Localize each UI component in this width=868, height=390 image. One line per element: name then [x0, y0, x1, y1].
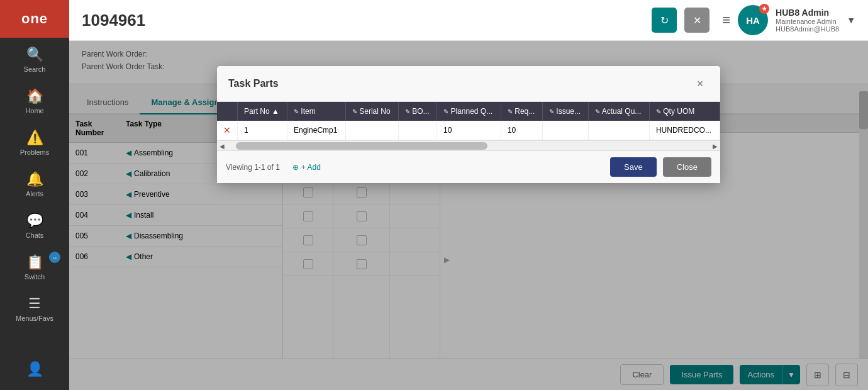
delete-row-button[interactable]: ✕: [217, 121, 238, 140]
page-title: 1094961: [82, 11, 644, 30]
cell-planned-q: 10: [437, 121, 501, 140]
sidebar-item-alerts[interactable]: 🔔 Alerts: [0, 162, 69, 204]
close-modal-button[interactable]: Close: [663, 157, 711, 177]
bell-icon: 🔔: [26, 171, 43, 187]
edit-icon: ✎: [294, 108, 299, 115]
user-role: Maintenance Admin: [776, 18, 839, 25]
part-no-header-label: Part No: [244, 107, 270, 116]
cell-bo: [398, 121, 437, 140]
col-header-delete: [217, 102, 238, 121]
sidebar-item-label: Chats: [26, 231, 44, 239]
search-icon: 🔍: [26, 47, 43, 63]
close-button[interactable]: ✕: [684, 8, 709, 33]
cell-req: 10: [501, 121, 542, 140]
cell-issue: [542, 121, 588, 140]
sidebar-item-menus[interactable]: ☰ Menus/Favs: [0, 287, 69, 328]
parts-table-body: ✕ 1 EngineCmp1 10 10 HUNDREDCO...: [217, 121, 720, 140]
modal-close-button[interactable]: ×: [691, 75, 709, 92]
hamburger-icon: ≡: [722, 12, 730, 28]
sidebar-item-label: Home: [25, 107, 43, 114]
task-parts-modal: Task Parts × Part No: [217, 66, 720, 183]
table-row: ✕ 1 EngineCmp1 10 10 HUNDREDCO...: [217, 121, 720, 140]
col-header-actual-qu[interactable]: ✎ Actual Qu...: [588, 102, 649, 121]
sidebar-item-search[interactable]: 🔍 Search: [0, 38, 69, 79]
menu-icon: ☰: [28, 296, 41, 312]
sidebar: one 🔍 Search 🏠 Home ⚠️ Problems 🔔 Alerts…: [0, 0, 69, 390]
col-header-part-no[interactable]: Part No ▲: [238, 102, 287, 121]
sidebar-item-label: Switch: [25, 273, 45, 281]
viewing-text: Viewing 1-1 of 1: [226, 163, 280, 172]
modal-close-icon: ×: [697, 77, 704, 91]
sort-asc-icon: ▲: [272, 107, 279, 116]
user-dropdown-button[interactable]: ▼: [847, 15, 855, 25]
col-header-planned-q[interactable]: ✎ Planned Q...: [437, 102, 501, 121]
sidebar-item-problems[interactable]: ⚠️ Problems: [0, 121, 69, 162]
col-header-item[interactable]: ✎ Item: [287, 102, 346, 121]
sidebar-item-label: Problems: [20, 148, 49, 156]
scroll-right-button[interactable]: ▶: [710, 141, 720, 151]
main-content: 1094961 ↻ ✕ ≡ HA ★ HUB8 Admin Maintenanc…: [69, 0, 868, 390]
sidebar-item-label: Search: [24, 65, 46, 73]
modal-body: Part No ▲ ✎ Item ✎ Seria: [217, 102, 720, 183]
edit-icon: ✎: [405, 108, 410, 115]
menu-button[interactable]: ≡: [722, 12, 730, 28]
edit-icon: ✎: [595, 108, 600, 115]
user-info: HUB8 Admin Maintenance Admin HUB8Admin@H…: [776, 8, 839, 33]
switch-badge: ↔: [49, 252, 60, 263]
profile-icon: 👤: [26, 361, 43, 377]
sidebar-item-profile[interactable]: 👤: [0, 352, 69, 390]
modal-footer: Viewing 1-1 of 1 ⊕ + Add Save Close: [217, 150, 720, 183]
chevron-down-icon: ▼: [847, 15, 855, 25]
modal-overlay: Task Parts × Part No: [69, 41, 868, 390]
sidebar-item-switch[interactable]: ↔ 📋 Switch: [0, 245, 69, 287]
chat-icon: 💬: [26, 213, 43, 229]
scroll-thumb[interactable]: [236, 142, 487, 150]
edit-icon: ✎: [443, 108, 448, 115]
modal-action-buttons: Save Close: [610, 157, 711, 177]
home-icon: 🏠: [26, 88, 43, 104]
switch-icon: 📋: [26, 254, 43, 270]
header: 1094961 ↻ ✕ ≡ HA ★ HUB8 Admin Maintenanc…: [69, 0, 868, 41]
plus-icon: ⊕: [292, 163, 299, 172]
modal-table-wrap: Part No ▲ ✎ Item ✎ Seria: [217, 102, 720, 140]
parts-table: Part No ▲ ✎ Item ✎ Seria: [217, 102, 720, 140]
avatar: HA ★: [738, 5, 768, 35]
col-header-serial-no[interactable]: ✎ Serial No: [345, 102, 398, 121]
body-area: Parent Work Order: Parent Work Order Tas…: [69, 41, 868, 390]
sidebar-item-label: Alerts: [26, 190, 43, 198]
col-header-bo[interactable]: ✎ BO...: [398, 102, 437, 121]
refresh-button[interactable]: ↻: [652, 8, 677, 33]
parts-table-head: Part No ▲ ✎ Item ✎ Seria: [217, 102, 720, 121]
edit-icon: ✎: [508, 108, 513, 115]
modal-title: Task Parts: [228, 78, 279, 89]
warning-icon: ⚠️: [26, 130, 43, 146]
sidebar-item-home[interactable]: 🏠 Home: [0, 79, 69, 121]
scroll-left-button[interactable]: ◀: [217, 141, 227, 151]
cell-qty-uom: HUNDREDCO...: [649, 121, 720, 140]
cell-item: EngineCmp1: [287, 121, 346, 140]
cell-part-no: 1: [238, 121, 287, 140]
edit-icon: ✎: [656, 108, 661, 115]
sidebar-item-label: Menus/Favs: [16, 315, 53, 322]
user-email: HUB8Admin@HUB8: [776, 25, 839, 33]
edit-icon: ✎: [549, 108, 554, 115]
app-logo[interactable]: one: [0, 0, 69, 38]
sidebar-item-chats[interactable]: 💬 Chats: [0, 204, 69, 245]
modal-scrollbar: ◀ ▶: [217, 140, 720, 150]
add-button[interactable]: ⊕ + Add: [292, 163, 321, 172]
refresh-icon: ↻: [660, 14, 669, 26]
cell-serial-no: [345, 121, 398, 140]
col-header-issue[interactable]: ✎ Issue...: [542, 102, 588, 121]
notification-badge: ★: [759, 4, 769, 14]
cell-actual-qu: [588, 121, 649, 140]
save-button[interactable]: Save: [610, 157, 657, 177]
edit-icon: ✎: [352, 108, 357, 115]
user-name: HUB8 Admin: [776, 8, 839, 18]
avatar-container: HA ★: [738, 5, 768, 35]
col-header-qty-uom[interactable]: ✎ Qty UOM: [649, 102, 720, 121]
col-header-req[interactable]: ✎ Req...: [501, 102, 542, 121]
modal-header: Task Parts ×: [217, 66, 720, 102]
close-icon: ✕: [693, 14, 701, 26]
